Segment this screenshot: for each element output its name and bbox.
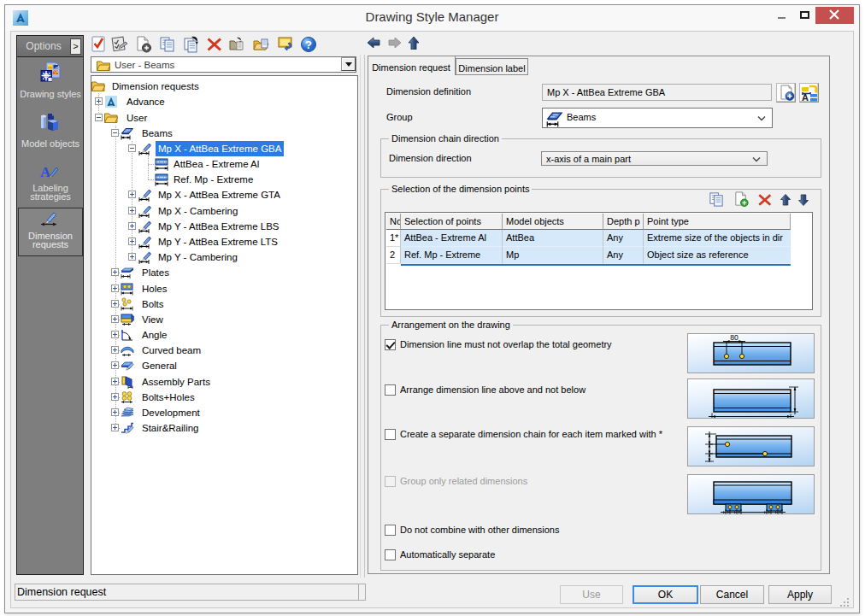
svg-text:80: 80 (730, 334, 738, 342)
svg-text:A: A (802, 92, 809, 102)
svg-text:?: ? (305, 38, 312, 51)
